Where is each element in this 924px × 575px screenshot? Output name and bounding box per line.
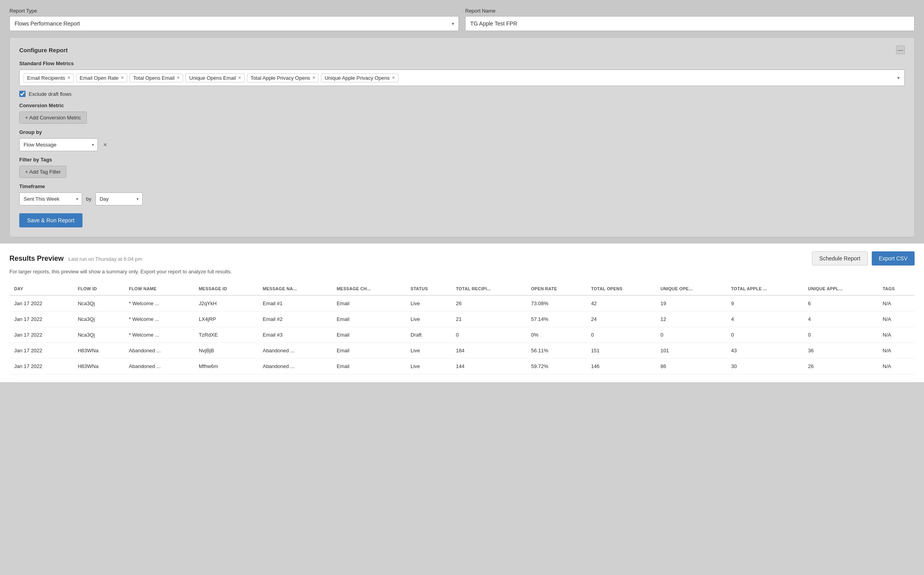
collapse-button[interactable]: — xyxy=(896,46,905,54)
table-cell: Abandoned ... xyxy=(258,359,332,374)
remove-email-recipients-icon[interactable]: × xyxy=(68,75,70,81)
group-by-select[interactable]: Flow Message Flow Day xyxy=(19,138,98,151)
table-cell: Live xyxy=(406,311,451,327)
table-cell: Live xyxy=(406,295,451,311)
table-cell: Nca3Qj xyxy=(73,295,124,311)
table-cell: J2qYkH xyxy=(194,295,258,311)
table-cell: 26 xyxy=(803,359,878,374)
metric-tag-total-opens-email[interactable]: Total Opens Email × xyxy=(130,73,183,82)
table-body: Jan 17 2022Nca3Qj* Welcome ...J2qYkHEmai… xyxy=(9,295,915,374)
table-row: Jan 17 2022H83WNaAbandoned ...Mfhw6mAban… xyxy=(9,359,915,374)
table-cell: N/A xyxy=(878,295,915,311)
table-row: Jan 17 2022Nca3Qj* Welcome ...TzRdXEEmai… xyxy=(9,327,915,343)
table-cell: Email xyxy=(332,343,406,359)
exclude-draft-checkbox[interactable] xyxy=(19,91,26,97)
metric-tag-unique-apple-privacy-opens[interactable]: Unique Apple Privacy Opens × xyxy=(321,73,398,82)
schedule-report-button[interactable]: Schedule Report xyxy=(812,251,868,266)
report-type-select[interactable]: Flows Performance Report xyxy=(9,16,459,31)
table-cell: 151 xyxy=(586,343,656,359)
table-cell: 144 xyxy=(451,359,526,374)
results-actions: Schedule Report Export CSV xyxy=(812,251,915,266)
table-cell: * Welcome ... xyxy=(124,295,194,311)
remove-unique-opens-email-icon[interactable]: × xyxy=(238,75,241,81)
col-day: DAY xyxy=(9,282,73,295)
results-title-group: Results Preview Last run on Thursday at … xyxy=(9,255,142,263)
conversion-metric-section: Conversion Metric + Add Conversion Metri… xyxy=(19,103,905,124)
table-cell: Nca3Qj xyxy=(73,327,124,343)
remove-total-apple-privacy-opens-icon[interactable]: × xyxy=(312,75,315,81)
report-type-label: Report Type xyxy=(9,8,459,14)
table-cell: 57.14% xyxy=(526,311,587,327)
table-cell: H83WNa xyxy=(73,359,124,374)
table-row: Jan 17 2022H83WNaAbandoned ...NvjBjBAban… xyxy=(9,343,915,359)
add-tag-filter-button[interactable]: + Add Tag Filter xyxy=(19,166,66,178)
remove-unique-apple-privacy-opens-icon[interactable]: × xyxy=(392,75,395,81)
table-cell: 6 xyxy=(803,295,878,311)
table-cell: 184 xyxy=(451,343,526,359)
table-cell: 4 xyxy=(803,311,878,327)
report-name-group: Report Name xyxy=(465,8,915,31)
exclude-draft-label: Exclude draft flows xyxy=(29,91,72,97)
export-csv-button[interactable]: Export CSV xyxy=(872,251,915,266)
results-table: DAY FLOW ID FLOW NAME MESSAGE ID MESSAGE… xyxy=(9,282,915,374)
table-row: Jan 17 2022Nca3Qj* Welcome ...LX4jRPEmai… xyxy=(9,311,915,327)
table-cell: 0 xyxy=(586,327,656,343)
table-cell: 36 xyxy=(803,343,878,359)
col-total-apple: TOTAL APPLE ... xyxy=(726,282,803,295)
add-conversion-metric-button[interactable]: + Add Conversion Metric xyxy=(19,112,87,124)
table-cell: 59.72% xyxy=(526,359,587,374)
metrics-tags-container: Email Recipients × Email Open Rate × Tot… xyxy=(19,70,905,86)
table-cell: Abandoned ... xyxy=(258,343,332,359)
table-row: Jan 17 2022Nca3Qj* Welcome ...J2qYkHEmai… xyxy=(9,295,915,311)
table-cell: Email #1 xyxy=(258,295,332,311)
table-cell: 12 xyxy=(656,311,726,327)
filter-by-tags-label: Filter by Tags xyxy=(19,157,905,163)
col-status: STATUS xyxy=(406,282,451,295)
table-header: DAY FLOW ID FLOW NAME MESSAGE ID MESSAGE… xyxy=(9,282,915,295)
table-cell: Email xyxy=(332,295,406,311)
table-header-row: DAY FLOW ID FLOW NAME MESSAGE ID MESSAGE… xyxy=(9,282,915,295)
table-cell: * Welcome ... xyxy=(124,311,194,327)
report-name-input[interactable] xyxy=(465,16,915,31)
results-title: Results Preview xyxy=(9,255,64,263)
table-cell: Jan 17 2022 xyxy=(9,311,73,327)
remove-total-opens-email-icon[interactable]: × xyxy=(177,75,180,81)
by-label: by xyxy=(86,196,92,202)
table-cell: 43 xyxy=(726,343,803,359)
table-cell: Abandoned ... xyxy=(124,359,194,374)
table-cell: 21 xyxy=(451,311,526,327)
table-cell: 86 xyxy=(656,359,726,374)
table-cell: 0% xyxy=(526,327,587,343)
table-cell: N/A xyxy=(878,311,915,327)
table-cell: Nca3Qj xyxy=(73,311,124,327)
col-open-rate: OPEN RATE xyxy=(526,282,587,295)
col-message-id: MESSAGE ID xyxy=(194,282,258,295)
day-select[interactable]: Day Week Month xyxy=(95,192,143,205)
conversion-metric-label: Conversion Metric xyxy=(19,103,905,108)
clear-group-by-button[interactable]: × xyxy=(102,141,108,148)
metric-tag-email-open-rate[interactable]: Email Open Rate × xyxy=(76,73,127,82)
remove-email-open-rate-icon[interactable]: × xyxy=(121,75,124,81)
col-total-recipients: TOTAL RECIPI... xyxy=(451,282,526,295)
table-cell: Jan 17 2022 xyxy=(9,343,73,359)
table-cell: TzRdXE xyxy=(194,327,258,343)
configure-panel-header: Configure Report — xyxy=(19,46,905,54)
table-cell: 0 xyxy=(656,327,726,343)
timeframe-select[interactable]: Sent This Week Sent Last Week Sent Last … xyxy=(19,192,82,205)
metric-tag-unique-opens-email[interactable]: Unique Opens Email × xyxy=(185,73,244,82)
filter-by-tags-section: Filter by Tags + Add Tag Filter xyxy=(19,157,905,178)
group-by-select-wrapper: Flow Message Flow Day xyxy=(19,138,98,151)
table-cell: H83WNa xyxy=(73,343,124,359)
exclude-draft-row: Exclude draft flows xyxy=(19,91,905,97)
table-cell: 26 xyxy=(451,295,526,311)
results-note: For larger reports, this preview will sh… xyxy=(9,269,915,275)
metric-tag-total-apple-privacy-opens[interactable]: Total Apple Privacy Opens × xyxy=(247,73,319,82)
table-cell: Abandoned ... xyxy=(124,343,194,359)
col-tags: TAGS xyxy=(878,282,915,295)
table-cell: Email #3 xyxy=(258,327,332,343)
save-run-button[interactable]: Save & Run Report xyxy=(19,213,82,227)
col-unique-opens: UNIQUE OPE... xyxy=(656,282,726,295)
report-type-select-wrapper: Flows Performance Report xyxy=(9,16,459,31)
metric-tag-email-recipients[interactable]: Email Recipients × xyxy=(24,73,74,82)
table-cell: 19 xyxy=(656,295,726,311)
